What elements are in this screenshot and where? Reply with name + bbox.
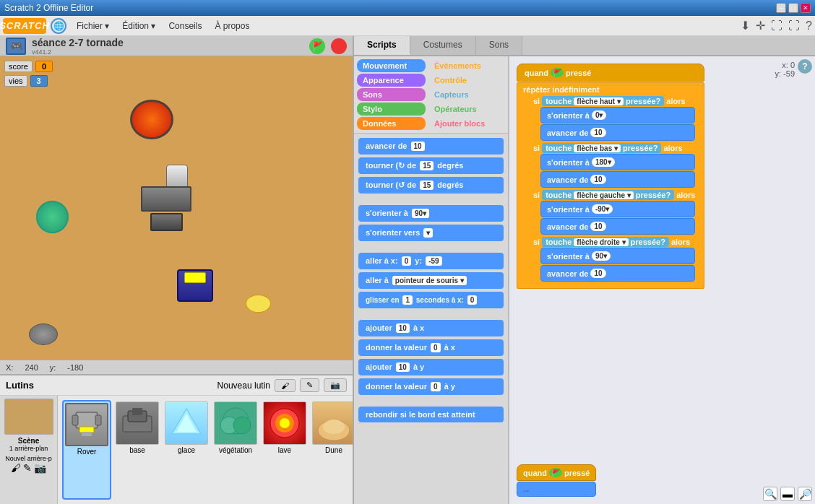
sprite-item-base[interactable]: base	[114, 400, 160, 500]
block-when-flag[interactable]: quand 🚩 pressé	[517, 64, 704, 82]
if-key-left-condition[interactable]: si touche flèche gauche ▾ pressée? alors	[533, 190, 695, 200]
sprite-thumb-glace	[165, 401, 208, 445]
expand-icon[interactable]: ⛶	[771, 19, 782, 32]
scene-sublabel: 1 arrière-plan	[9, 445, 48, 452]
sprite-name-lave: lave	[278, 446, 291, 454]
block-advance-10b[interactable]: avancer de 10	[540, 171, 695, 188]
block-tourner-ccw[interactable]: tourner (↺ de 15 degrés	[358, 177, 504, 194]
sub-ajouter-blocs[interactable]: Ajouter blocs	[428, 117, 493, 130]
zoom-reset-button[interactable]: ▬	[780, 487, 795, 501]
block-glisser[interactable]: glisser en 1 secondes à x: 0	[358, 292, 504, 308]
red-stop-button[interactable]	[331, 38, 347, 54]
block-advance-10c[interactable]: avancer de 10	[540, 218, 695, 235]
maximize-button[interactable]: □	[788, 3, 798, 13]
cat-donnees[interactable]: Données	[357, 117, 426, 130]
menu-fichier[interactable]: Fichier ▾	[71, 19, 115, 33]
stage-version: v441.2	[32, 48, 124, 56]
scene-camera-icon[interactable]: 📷	[34, 462, 46, 474]
toolbar-right: ⬇ ✛ ⛶ ⛶ ?	[741, 19, 812, 32]
close-button[interactable]: ✕	[801, 3, 811, 13]
sprite-name-rover: Rover	[77, 448, 97, 456]
scene-edit-icon[interactable]: ✎	[23, 462, 32, 474]
zoom-out-button[interactable]: 🔎	[798, 487, 812, 501]
block-orient-180[interactable]: s'orienter à 180▾	[540, 154, 695, 170]
sprites-controls: Nouveau lutin 🖌 ✎ 📷	[217, 378, 347, 392]
block-aller-a[interactable]: aller à pointeur de souris ▾	[358, 272, 504, 289]
svg-rect-3	[79, 427, 94, 433]
svg-rect-2	[95, 415, 101, 425]
minimize-button[interactable]: ─	[776, 3, 786, 13]
scene-paint-icon[interactable]: 🖌	[11, 462, 21, 474]
svg-point-17	[323, 420, 345, 434]
green-flag-button[interactable]: 🚩	[309, 38, 325, 54]
sprite-item-glace[interactable]: glace	[163, 400, 210, 500]
scripts-area: Mouvement Apparence Sons Stylo Données É…	[354, 56, 815, 504]
cat-mouvement[interactable]: Mouvement	[357, 59, 426, 72]
vies-label: vies	[4, 75, 27, 87]
fullscreen-icon[interactable]: ✛	[756, 19, 765, 32]
sprite-item-rover[interactable]: Rover	[62, 400, 111, 500]
scene-new-label: Nouvel arrière-p	[5, 455, 52, 462]
block-orient-90[interactable]: s'orienter à 90▾	[540, 248, 695, 264]
menu-edition[interactable]: Édition ▾	[116, 19, 161, 33]
shrink-icon[interactable]: ⛶	[788, 19, 800, 32]
sub-operateurs[interactable]: Opérateurs	[428, 103, 493, 116]
block-advance-10d[interactable]: avancer de 10	[540, 265, 695, 282]
stage-canvas: score 0 vies 3	[0, 56, 353, 360]
if-key-down-condition[interactable]: si touche flèche bas ▾ pressée? alors	[533, 143, 695, 153]
if-key-right-condition[interactable]: si touche flèche droite ▾ pressée? alors	[533, 237, 695, 247]
block-donner-x[interactable]: donner la valeur 0 à x	[358, 339, 504, 356]
left-panel: 🎮 séance 2-7 tornade v441.2 🚩 score 0	[0, 36, 354, 504]
globe-icon[interactable]: 🌐	[51, 18, 66, 34]
sub-evenements[interactable]: Évènements	[428, 59, 493, 72]
tab-costumes[interactable]: Costumes	[410, 36, 476, 55]
block-ajouter-x[interactable]: ajouter 10 à x	[358, 320, 504, 336]
tab-scripts[interactable]: Scripts	[354, 36, 410, 55]
ws-x: x: 0	[775, 61, 795, 69]
sprite-item-vegetation[interactable]: végétation	[212, 400, 259, 500]
block-when-flag-2[interactable]: quand 🚩 pressé	[517, 464, 596, 481]
sub-controle[interactable]: Contrôle	[428, 74, 493, 87]
block-donner-y[interactable]: donner la valeur 0 à y	[358, 378, 504, 395]
paint-sprite-button[interactable]: 🖌	[275, 379, 296, 392]
if-key-up-condition[interactable]: si touche flèche haut ▾ pressée? alors	[533, 96, 695, 106]
block-sorienter-90[interactable]: s'orienter à 90▾	[358, 205, 504, 222]
camera-sprite-button[interactable]: 📷	[324, 378, 347, 392]
edit-sprite-button[interactable]: ✎	[300, 378, 319, 392]
if-key-up-body: s'orienter à 0▾ avancer de 10	[540, 107, 695, 141]
zoom-in-button[interactable]: 🔍	[763, 487, 777, 501]
menu-conseils[interactable]: Conseils	[163, 19, 207, 33]
score-display: score 0	[4, 61, 53, 72]
help-button[interactable]: ?	[798, 59, 812, 74]
scene-thumbnail[interactable]	[4, 399, 53, 435]
download-icon[interactable]: ⬇	[741, 19, 750, 32]
block-orient-0[interactable]: s'orienter à 0▾	[540, 107, 695, 123]
block-second-partial[interactable]: ...	[517, 482, 596, 497]
sprite-item-dune[interactable]: Dune	[311, 400, 353, 500]
tab-sons[interactable]: Sons	[476, 36, 522, 55]
cat-apparence[interactable]: Apparence	[357, 74, 426, 87]
block-avancer[interactable]: avancer de 10	[358, 138, 504, 155]
stage-controls: 🚩	[309, 38, 347, 54]
block-sorienter-vers[interactable]: s'orienter vers ▾	[358, 225, 504, 241]
help-icon[interactable]: ?	[806, 19, 812, 32]
cat-stylo[interactable]: Stylo	[357, 103, 426, 116]
menu-apropos[interactable]: À propos	[209, 19, 255, 33]
cat-sons[interactable]: Sons	[357, 88, 426, 101]
block-rebondir[interactable]: rebondir si le bord est atteint	[358, 407, 504, 422]
scene-panel: Scène 1 arrière-plan Nouvel arrière-p 🖌 …	[0, 396, 58, 504]
sprites-area: Scène 1 arrière-plan Nouvel arrière-p 🖌 …	[0, 396, 353, 504]
block-forever[interactable]: répéter indéfiniment si touche flèche ha…	[517, 82, 704, 289]
stage-info: 🎮 séance 2-7 tornade v441.2	[6, 37, 124, 56]
block-ajouter-y[interactable]: ajouter 10 à y	[358, 359, 504, 375]
block-orient-neg90[interactable]: s'orienter à -90▾	[540, 201, 695, 217]
if-key-down: si touche flèche bas ▾ pressée? alors s'…	[530, 142, 698, 188]
block-aller-xy[interactable]: aller à x: 0 y: -59	[358, 253, 504, 269]
sub-capteurs[interactable]: Capteurs	[428, 88, 493, 101]
vies-display: vies 3	[4, 75, 53, 87]
block-advance-10a[interactable]: avancer de 10	[540, 124, 695, 141]
right-panel: Scripts Costumes Sons Mouvement Apparenc…	[354, 36, 815, 504]
sprite-item-lave[interactable]: lave	[262, 400, 308, 500]
block-tourner-cw[interactable]: tourner (↻ de 15 degrés	[358, 157, 504, 174]
x-label: X:	[6, 363, 13, 372]
